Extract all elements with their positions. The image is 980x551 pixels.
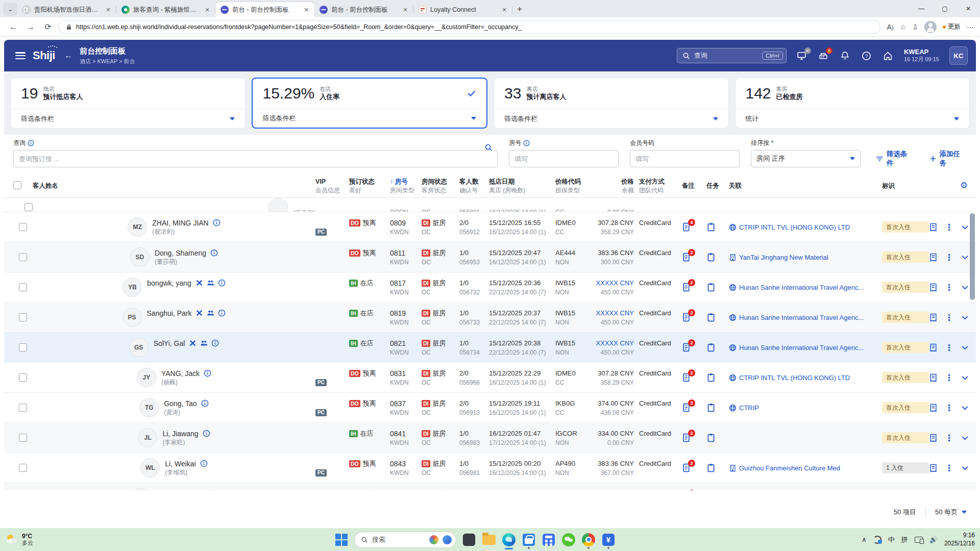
read-aloud-icon[interactable]: A) (887, 23, 893, 31)
room-number[interactable]: 0821 (390, 338, 422, 348)
room-number[interactable]: 0837 (390, 398, 422, 408)
group-icon[interactable] (207, 309, 214, 317)
file-explorer-icon[interactable] (482, 530, 496, 550)
table-row[interactable]: GS SolYi, Gal IH在店 0821KWDN DI脏房 OC 1/00… (4, 333, 976, 363)
notes-icon[interactable]: 2 (682, 253, 691, 262)
linked-profile-link[interactable]: CTRIP INTL TVL (HONG KONG) LTD (729, 223, 882, 231)
col-arrival-date[interactable]: 抵店日期 (489, 178, 555, 186)
card-arrivals[interactable]: 19 抵店预计抵店客人 筛选条件栏 (10, 78, 246, 129)
expand-row-icon[interactable] (961, 404, 969, 412)
col-notes[interactable]: 备注 (682, 182, 706, 190)
guest-name[interactable]: SolYi, Gal (154, 339, 185, 347)
table-row[interactable]: YB bongwk, yang IH在店 0817KWDN DI脏房 OC 1/… (4, 272, 976, 303)
microsoft-store-icon[interactable] (522, 530, 536, 550)
task-clipboard-icon[interactable] (706, 373, 716, 382)
card-filter-bar[interactable]: 筛选条件栏 (11, 109, 245, 128)
price[interactable]: 383.36 CNY (598, 459, 634, 468)
notes-icon[interactable]: 2 (682, 373, 691, 382)
start-button[interactable] (334, 530, 349, 550)
registration-card-icon[interactable] (929, 404, 938, 412)
wechat-icon[interactable] (561, 530, 576, 550)
more-actions-icon[interactable]: ⋮ (945, 464, 953, 472)
task-clipboard-icon[interactable] (706, 403, 716, 412)
favorites-bar-icon[interactable]: ⇩ (912, 23, 918, 31)
new-tab-button[interactable]: + (512, 2, 527, 16)
browser-tab-2[interactable]: 旅客查询 - 紫楠旅馆业治安信息管 ✕ (116, 2, 215, 17)
cashier-locked-icon[interactable]: 🔒 (818, 50, 829, 61)
room-number[interactable]: 0831 (390, 368, 422, 378)
calculator-icon[interactable] (542, 530, 556, 550)
col-payment[interactable]: 支付方式 (639, 178, 682, 186)
chrome-icon[interactable] (581, 530, 596, 550)
col-reservation-status[interactable]: 预订状态 (349, 178, 390, 186)
info-icon[interactable] (210, 490, 217, 490)
price[interactable]: 374.00 CNY (598, 398, 634, 408)
guest-name[interactable]: ZHAI, MING JIAN (152, 219, 208, 227)
notes-icon[interactable]: 4 (682, 222, 691, 232)
table-row[interactable]: JL Li, Jiawang (李家旺) IH在店 0841KWDN DI脏房 … (4, 423, 976, 453)
col-room-status[interactable]: 房间状态 (422, 178, 459, 186)
row-checkbox[interactable] (19, 253, 27, 261)
price[interactable]: XXXXX CNY (596, 338, 634, 348)
row-checkbox[interactable] (19, 313, 27, 321)
window-maximize-button[interactable]: ▢ (933, 0, 957, 17)
expand-row-icon[interactable] (961, 253, 969, 262)
guest-name[interactable]: Li, Jiawang (162, 430, 198, 438)
task-clipboard-icon[interactable] (706, 463, 716, 472)
notifications-bell-icon[interactable] (840, 50, 851, 61)
table-row[interactable]: JY YANG, Jack (杨巍) PC DO预离 0831KWDN DI脏房… (4, 363, 976, 393)
row-checkbox[interactable] (19, 434, 27, 442)
expand-row-icon[interactable] (961, 373, 969, 382)
add-task-button[interactable]: 添加任务 (929, 150, 967, 167)
expand-row-icon[interactable] (961, 223, 969, 232)
price[interactable]: 383.36 CNY (598, 248, 634, 258)
task-clipboard-icon[interactable] (706, 283, 716, 292)
favorite-star-icon[interactable]: ☆ (900, 23, 906, 31)
more-actions-icon[interactable]: ⋮ (945, 223, 953, 232)
row-checkbox[interactable] (19, 223, 27, 231)
more-actions-icon[interactable]: ⋮ (945, 313, 953, 322)
notes-icon[interactable]: 2 (682, 283, 691, 292)
table-row[interactable]: PS Sanghui, Park IH在店 0819KWDN DI脏房 OC 1… (4, 303, 976, 333)
tab-close-icon[interactable]: ✕ (500, 6, 508, 14)
price[interactable]: XXXXX CNY (596, 278, 634, 288)
info-icon[interactable] (28, 140, 34, 146)
room-number[interactable]: 0817 (390, 278, 422, 288)
room-number[interactable]: 0843 (390, 459, 422, 468)
browser-profile-avatar[interactable] (924, 21, 937, 33)
info-icon[interactable] (210, 249, 218, 257)
guest-name[interactable]: Dong, Shameng (155, 249, 206, 257)
linked-profile-link[interactable]: Guizhou Fanmeishen Culture Med (729, 464, 882, 472)
room-number[interactable]: 0809 (390, 218, 422, 228)
group-icon[interactable] (200, 339, 208, 347)
registration-card-icon[interactable] (929, 343, 938, 352)
taskbar-app-dark-icon[interactable] (462, 530, 476, 550)
menu-hamburger-icon[interactable] (15, 52, 26, 59)
price[interactable]: 307.28 CNY (598, 489, 634, 490)
expand-row-icon[interactable] (961, 434, 969, 442)
info-icon[interactable] (203, 430, 210, 437)
room-number[interactable] (390, 198, 422, 208)
tab-close-icon[interactable]: ✕ (401, 6, 409, 14)
room-number[interactable]: 0845 (390, 489, 422, 490)
table-row[interactable]: (王天保) DOON OC 056881 16/12/2025 14:00 (1… (4, 198, 976, 212)
tab-close-icon[interactable]: ✕ (203, 6, 211, 14)
col-rate-code[interactable]: 价格代码 (555, 178, 594, 186)
table-row[interactable]: WL Li, Weikai (李维凯) PC DO预离 0843KWDN DI脏… (4, 453, 976, 483)
room-number[interactable]: 0811 (390, 248, 422, 258)
guest-name[interactable]: Gong, Tao (164, 399, 197, 408)
price[interactable]: XXXXX CNY (596, 308, 634, 318)
page-size-select[interactable]: 50 每页 (935, 508, 967, 517)
card-filter-bar[interactable]: 筛选条件栏 (253, 109, 487, 128)
card-filter-bar[interactable]: 筛选条件栏 (494, 109, 728, 128)
table-settings-gear-icon[interactable]: ⚙ (960, 180, 968, 192)
taskbar-weather-widget[interactable]: 9°C 多云 (0, 533, 82, 547)
window-minimize-button[interactable]: — (910, 0, 933, 17)
browser-update-button[interactable]: 更新 (943, 22, 961, 31)
browser-tab-1[interactable]: 贵阳机场智选假日酒店系统网址导 ✕ (17, 2, 116, 17)
notes-icon[interactable]: 2 (682, 343, 691, 352)
price[interactable]: 307.28 CNY (598, 218, 634, 228)
guest-name[interactable]: HAN, YANLI (155, 490, 194, 491)
col-vip[interactable]: VIP (315, 178, 349, 186)
info-icon[interactable] (200, 460, 208, 467)
